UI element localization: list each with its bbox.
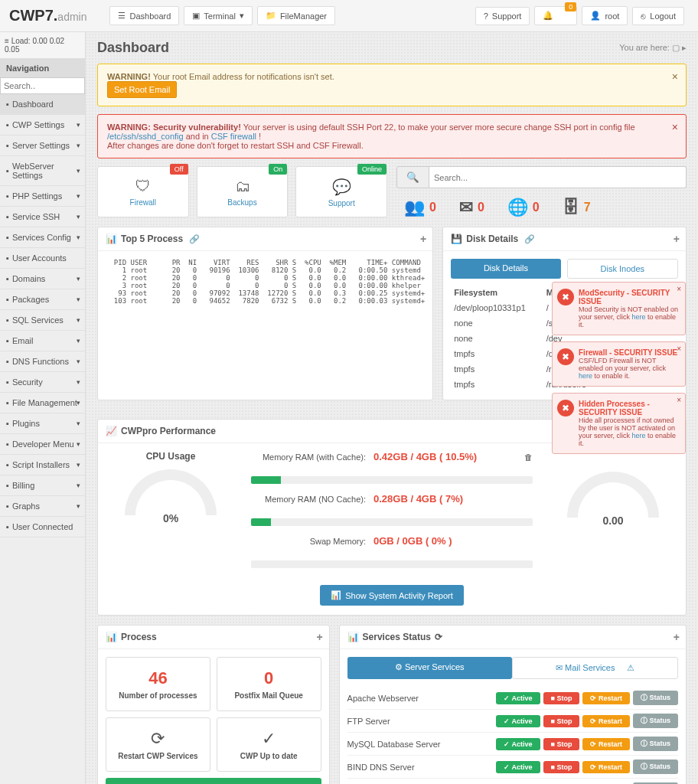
nav-icon: ▪	[6, 439, 9, 449]
alert-danger: × WARNING: Security vulnerability! Your …	[97, 114, 687, 158]
sidebar-item-webserver-settings[interactable]: ▪ WebServer Settings▾	[0, 156, 85, 186]
sidebar-item-user-accounts[interactable]: ▪ User Accounts	[0, 248, 85, 269]
restart-button[interactable]: ⟳ Restart	[582, 761, 630, 773]
nav-search-input[interactable]	[0, 77, 85, 94]
sidebar-item-graphs[interactable]: ▪ Graphs▾	[0, 496, 85, 517]
active-badge: ✓ Active	[496, 692, 540, 704]
summary-item[interactable]: 🌐 0	[507, 198, 540, 217]
restart-button[interactable]: ⟳ Restart	[582, 692, 630, 704]
swap-value: 0GB / 0GB ( 0% )	[373, 535, 452, 547]
link-icon[interactable]: 🔗	[189, 234, 200, 244]
process-action-card[interactable]: ✓CWP Up to date	[217, 717, 321, 772]
status-button[interactable]: ⓘ Status	[633, 737, 678, 751]
status-button[interactable]: ⓘ Status	[633, 691, 678, 705]
sidebar-item-domains[interactable]: ▪ Domains▾	[0, 269, 85, 289]
add-icon[interactable]: +	[420, 233, 426, 245]
active-badge: ✓ Active	[496, 761, 540, 773]
stop-button[interactable]: ■ Stop	[543, 738, 580, 750]
restart-button[interactable]: ⟳ Restart	[582, 738, 630, 750]
alert-warning: × WARNING! Your root Email address for n…	[97, 64, 687, 106]
close-icon[interactable]: ×	[672, 121, 678, 133]
sidebar-item-sql-services[interactable]: ▪ SQL Services▾	[0, 310, 85, 331]
sshd-config-link[interactable]: /etc/ssh/sshd_config	[107, 132, 184, 141]
server-services-tab[interactable]: ⚙ Server Services	[347, 657, 512, 679]
mail-services-tab[interactable]: ✉ Mail Services ⚠	[512, 657, 678, 679]
sidebar-item-service-ssh[interactable]: ▪ Service SSH▾	[0, 207, 85, 227]
sidebar-item-plugins[interactable]: ▪ Plugins▾	[0, 413, 85, 434]
nav-icon: ▪	[6, 481, 9, 490]
main-search-input[interactable]	[429, 166, 687, 188]
close-icon[interactable]: ×	[677, 345, 681, 353]
process-action-card[interactable]: ⟳Restart CWP Services	[106, 717, 210, 772]
service-row: SSH Server✓ Active■ Stop⟳ Restartⓘ Statu…	[347, 779, 678, 784]
nav-icon: ▪	[6, 460, 9, 469]
sidebar-item-email[interactable]: ▪ Email▾	[0, 331, 85, 351]
service-row: MySQL Database Server✓ Active■ Stop⟳ Res…	[347, 733, 678, 756]
sidebar-item-packages[interactable]: ▪ Packages▾	[0, 289, 85, 310]
terminal-tab[interactable]: ▣ Terminal ▾	[184, 6, 253, 25]
set-root-email-button[interactable]: Set Root Email	[107, 81, 177, 98]
disk-inodes-tab[interactable]: Disk Inodes	[567, 259, 678, 279]
nav-icon: ▪	[6, 295, 9, 304]
stop-button[interactable]: ■ Stop	[543, 761, 580, 773]
sidebar-item-billing[interactable]: ▪ Billing▾	[0, 475, 85, 496]
csf-firewall-link[interactable]: CSF firewall	[211, 132, 256, 141]
sidebar-item-services-config[interactable]: ▪ Services Config▾	[0, 227, 85, 248]
nav-icon: ▪	[6, 141, 9, 150]
summary-item[interactable]: ✉ 0	[459, 198, 484, 217]
close-icon[interactable]: ×	[672, 70, 678, 83]
stat-card-backups[interactable]: On🗂Backups	[197, 166, 289, 217]
activate-cwp-pro-button[interactable]: ✓ Activate CWP Pro	[106, 778, 321, 784]
security-toast: ✖×Hidden Processes - SECURITY ISSUEHide …	[552, 393, 686, 454]
sidebar-item-security[interactable]: ▪ Security▾	[0, 372, 85, 393]
sidebar-item-server-settings[interactable]: ▪ Server Settings▾	[0, 136, 85, 156]
toast-link[interactable]: here	[579, 372, 592, 380]
link-icon[interactable]: 🔗	[524, 234, 535, 244]
trash-icon[interactable]: 🗑	[524, 452, 533, 462]
sidebar-item-dashboard[interactable]: ▪ Dashboard	[0, 94, 85, 115]
process-list: PID USER PR NI VIRT RES SHR S %CPU %MEM …	[106, 259, 425, 305]
service-row: Apache Webserver✓ Active■ Stop⟳ Restartⓘ…	[347, 687, 678, 710]
dashboard-tab[interactable]: ☰ Dashboard	[109, 6, 179, 25]
ram-nocache-label: Memory RAM (NO Cache):	[251, 495, 366, 504]
disk-details-tab[interactable]: Disk Details	[451, 259, 560, 279]
refresh-icon[interactable]: ⟳	[435, 632, 442, 642]
nav-icon: ▪	[6, 501, 9, 511]
close-icon[interactable]: ×	[677, 396, 681, 404]
nav-icon: ▪	[6, 274, 9, 283]
disk-header: 💾 Disk Details 🔗+	[443, 227, 686, 251]
sidebar-item-script-installers[interactable]: ▪ Script Installers▾	[0, 455, 85, 475]
logout-button[interactable]: ⎋ Logout	[632, 7, 684, 25]
filemanager-tab[interactable]: 📁 FileManager	[257, 6, 335, 25]
add-icon[interactable]: +	[674, 631, 680, 643]
sidebar-item-user-connected[interactable]: ▪ User Connected	[0, 517, 85, 537]
system-activity-button[interactable]: 📊 Show System Activity Report	[320, 585, 464, 606]
support-button[interactable]: ? Support	[475, 7, 530, 25]
stop-button[interactable]: ■ Stop	[543, 715, 580, 727]
stop-button[interactable]: ■ Stop	[543, 692, 580, 704]
restart-button[interactable]: ⟳ Restart	[582, 715, 630, 727]
stat-card-firewall[interactable]: Off🛡Firewall	[97, 166, 189, 217]
notifications-button[interactable]: 🔔0	[534, 6, 577, 25]
toast-link[interactable]: here	[632, 432, 646, 439]
status-button[interactable]: ⓘ Status	[633, 714, 678, 728]
sidebar-item-cwp-settings[interactable]: ▪ CWP Settings▾	[0, 115, 85, 136]
sidebar-item-file-management[interactable]: ▪ File Management▾	[0, 393, 85, 413]
user-button[interactable]: 👤 root	[582, 6, 628, 25]
stat-card-support[interactable]: Online💬Support	[295, 166, 387, 217]
sidebar-item-dns-functions[interactable]: ▪ DNS Functions▾	[0, 351, 85, 372]
add-icon[interactable]: +	[316, 631, 322, 643]
summary-item[interactable]: 🗄 7	[563, 198, 591, 217]
sidebar-item-php-settings[interactable]: ▪ PHP Settings▾	[0, 186, 85, 207]
status-button[interactable]: ⓘ Status	[633, 760, 678, 774]
toast-link[interactable]: here	[632, 313, 646, 321]
close-icon[interactable]: ×	[677, 285, 681, 293]
search-button[interactable]: 🔍	[396, 166, 429, 188]
load-indicator: ≡ Load: 0.00 0.02 0.05	[0, 32, 85, 59]
add-icon[interactable]: +	[674, 233, 680, 245]
active-badge: ✓ Active	[496, 738, 540, 750]
sidebar-item-developer-menu[interactable]: ▪ Developer Menu▾	[0, 434, 85, 455]
process-card: 0Postfix Mail Queue	[217, 657, 321, 711]
summary-item[interactable]: 👥 0	[404, 198, 436, 217]
error-icon: ✖	[557, 400, 574, 416]
